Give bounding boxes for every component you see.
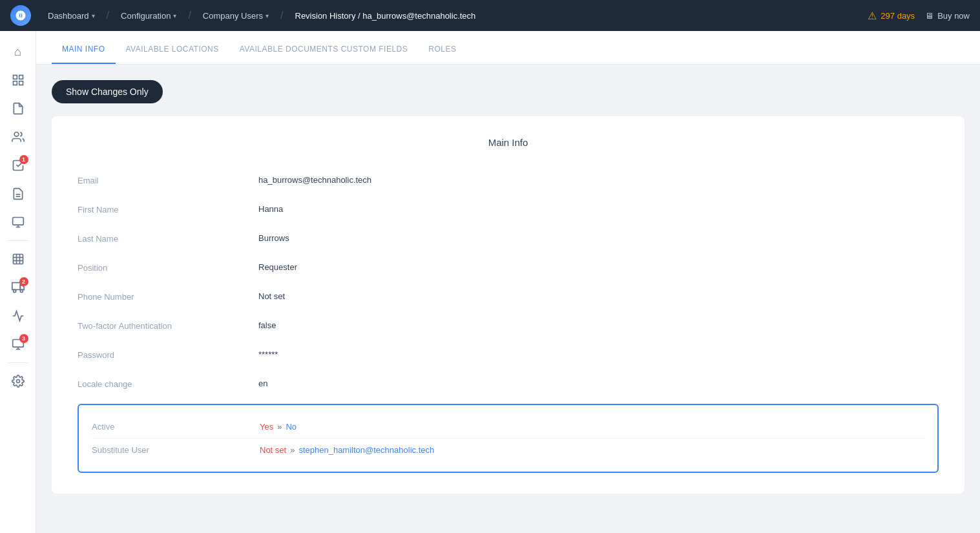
sidebar-divider-2 — [8, 362, 28, 363]
nav-dashboard-label: Dashboard — [48, 11, 89, 21]
buy-now-icon: 🖥 — [925, 11, 933, 21]
field-value-2fa: false — [258, 320, 276, 330]
page-content: Show Changes Only Main Info Email ha_bur… — [36, 65, 980, 533]
content-area: MAIN INFO AVAILABLE LOCATIONS AVAILABLE … — [36, 31, 980, 533]
change-new-active: No — [286, 422, 297, 432]
change-value-active: Yes » No — [260, 422, 297, 432]
sidebar-item-home[interactable]: ⌂ — [5, 39, 31, 65]
nav-company-users-chevron: ▾ — [266, 12, 269, 19]
svg-rect-7 — [12, 218, 23, 225]
svg-point-18 — [20, 289, 23, 292]
nav-configuration-label: Configuration — [121, 11, 171, 21]
main-info-card: Main Info Email ha_burrows@technaholic.t… — [52, 116, 964, 494]
svg-point-22 — [16, 380, 19, 383]
svg-rect-2 — [13, 81, 17, 85]
field-value-email: ha_burrows@technaholic.tech — [258, 175, 371, 185]
nav-configuration[interactable]: Configuration ▾ — [114, 7, 183, 25]
change-row-substitute: Substitute User Not set » stephen_hamilt… — [92, 438, 924, 461]
monitor-badge: 3 — [19, 334, 28, 343]
trial-days: 297 days — [881, 11, 915, 21]
field-row-locale: Locale change en — [78, 370, 939, 399]
tab-available-locations[interactable]: AVAILABLE LOCATIONS — [116, 36, 229, 64]
field-value-lastname: Burrows — [258, 233, 289, 243]
sidebar-item-tasks[interactable]: 1 — [5, 152, 31, 178]
field-row-2fa: Two-factor Authentication false — [78, 311, 939, 340]
change-label-substitute: Substitute User — [92, 445, 260, 455]
top-navigation: Dashboard ▾ / Configuration ▾ / Company … — [0, 0, 980, 31]
tab-main-info[interactable]: MAIN INFO — [52, 36, 116, 64]
buy-now-label: Buy now — [937, 11, 970, 21]
svg-rect-1 — [19, 76, 23, 79]
svg-point-4 — [14, 132, 19, 137]
svg-rect-3 — [19, 81, 23, 85]
tab-available-documents[interactable]: AVAILABLE DOCUMENTS CUSTOM FIELDS — [229, 36, 419, 64]
field-value-password: ****** — [258, 350, 278, 359]
sidebar-item-invoices[interactable] — [5, 209, 31, 235]
field-value-position: Requester — [258, 262, 297, 272]
field-row-firstname: First Name Hanna — [78, 195, 939, 224]
nav-sep-3: / — [280, 10, 283, 21]
nav-sep-1: / — [107, 10, 109, 21]
tasks-badge: 1 — [19, 155, 28, 164]
field-row-position: Position Requester — [78, 253, 939, 282]
sidebar-item-users[interactable] — [5, 124, 31, 150]
tab-bar: MAIN INFO AVAILABLE LOCATIONS AVAILABLE … — [36, 31, 980, 65]
sidebar-item-monitor[interactable]: 3 — [5, 331, 31, 357]
field-label-locale: Locale change — [78, 379, 258, 389]
app-logo[interactable] — [10, 5, 31, 26]
main-layout: ⌂ 1 — [0, 31, 980, 533]
change-new-substitute: stephen_hamilton@technaholic.tech — [298, 445, 434, 455]
nav-revision-history[interactable]: Revision History / ha_burrows@technaholi… — [289, 7, 483, 25]
section-title: Main Info — [78, 137, 939, 148]
nav-sep-2: / — [188, 10, 191, 21]
nav-dashboard-chevron: ▾ — [92, 12, 95, 19]
nav-company-users[interactable]: Company Users ▾ — [196, 7, 275, 25]
nav-configuration-chevron: ▾ — [173, 12, 176, 19]
svg-rect-15 — [12, 283, 19, 290]
field-label-position: Position — [78, 262, 258, 273]
sidebar-item-settings[interactable] — [5, 368, 31, 394]
field-label-phone: Phone Number — [78, 291, 258, 302]
nav-items: Dashboard ▾ / Configuration ▾ / Company … — [41, 7, 868, 25]
change-row-active: Active Yes » No — [92, 415, 924, 438]
svg-rect-0 — [13, 76, 17, 79]
buy-now-button[interactable]: 🖥 Buy now — [925, 11, 970, 21]
field-row-lastname: Last Name Burrows — [78, 224, 939, 253]
field-label-email: Email — [78, 175, 258, 185]
change-value-substitute: Not set » stephen_hamilton@technaholic.t… — [260, 445, 434, 455]
change-old-active: Yes — [260, 422, 273, 432]
trial-warning: ⚠ 297 days — [868, 10, 915, 22]
sidebar-divider-1 — [8, 240, 28, 241]
changes-box: Active Yes » No Substitute User Not set … — [78, 404, 939, 473]
change-old-substitute: Not set — [260, 445, 286, 455]
sidebar-item-analytics[interactable] — [5, 303, 31, 329]
sidebar-item-dashboard[interactable] — [5, 67, 31, 93]
svg-point-17 — [13, 289, 16, 292]
nav-dashboard[interactable]: Dashboard ▾ — [41, 7, 101, 25]
sidebar-item-documents[interactable] — [5, 96, 31, 121]
field-row-email: Email ha_burrows@technaholic.tech — [78, 166, 939, 195]
sidebar-item-fleet[interactable]: 2 — [5, 275, 31, 300]
field-value-locale: en — [258, 379, 267, 388]
sidebar-item-reports[interactable] — [5, 181, 31, 207]
nav-revision-history-label: Revision History / ha_burrows@technaholi… — [295, 11, 476, 21]
field-label-2fa: Two-factor Authentication — [78, 320, 258, 331]
field-row-phone: Phone Number Not set — [78, 282, 939, 311]
fleet-badge: 2 — [19, 277, 28, 286]
nav-company-users-label: Company Users — [203, 11, 263, 21]
sidebar-item-grid[interactable] — [5, 246, 31, 272]
field-value-firstname: Hanna — [258, 204, 283, 214]
svg-rect-10 — [13, 255, 23, 264]
show-changes-button[interactable]: Show Changes Only — [52, 80, 163, 103]
tab-roles[interactable]: ROLES — [418, 36, 466, 64]
field-label-password: Password — [78, 350, 258, 360]
change-label-active: Active — [92, 422, 260, 432]
field-label-firstname: First Name — [78, 204, 258, 214]
nav-right: ⚠ 297 days 🖥 Buy now — [868, 10, 970, 22]
field-value-phone: Not set — [258, 291, 285, 301]
field-row-password: Password ****** — [78, 340, 939, 370]
change-arrow-active: » — [277, 422, 282, 432]
warning-icon: ⚠ — [868, 10, 877, 22]
field-label-lastname: Last Name — [78, 233, 258, 244]
change-arrow-substitute: » — [290, 445, 295, 455]
